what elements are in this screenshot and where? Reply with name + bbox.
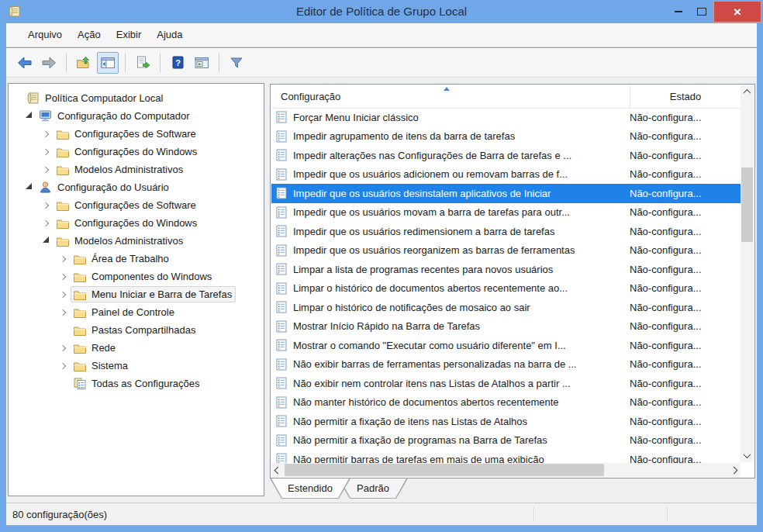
policy-row[interactable]: Não permitir a fixação de itens nas List… (271, 412, 741, 431)
policy-setting-icon (276, 130, 288, 143)
vertical-scroll-thumb[interactable] (741, 168, 753, 242)
up-one-level-button[interactable] (73, 52, 95, 74)
triangle-expanded-icon[interactable] (22, 109, 36, 123)
tree-item[interactable]: Configurações do Windows (9, 214, 264, 232)
back-arrow-icon (17, 56, 33, 70)
back-button[interactable] (14, 52, 36, 74)
sort-ascending-icon (444, 87, 450, 91)
policy-row[interactable]: Não permitir barras de tarefas em mais d… (271, 450, 741, 463)
menu-item-arquivo[interactable]: Arquivo (20, 23, 70, 47)
scroll-up-icon[interactable] (741, 85, 754, 98)
tree-item[interactable]: Política Computador Local (9, 89, 264, 107)
policy-setting-icon (276, 396, 288, 409)
chevron-right-icon[interactable] (57, 341, 71, 355)
policy-row[interactable]: Impedir que os usuários movam a barra de… (271, 203, 741, 223)
chevron-right-icon[interactable] (40, 163, 54, 177)
policy-row[interactable]: Não manter histórico de documentos abert… (271, 393, 741, 413)
scroll-left-icon[interactable] (271, 463, 285, 477)
show-properties-button[interactable] (191, 52, 212, 74)
chevron-right-icon[interactable] (57, 288, 71, 302)
scroll-down-icon[interactable] (741, 449, 754, 462)
tree-item[interactable]: Rede (9, 339, 264, 357)
policy-row[interactable]: Não exibir nem controlar itens nas Lista… (271, 374, 741, 393)
chevron-right-icon[interactable] (40, 216, 54, 230)
tab-estendido[interactable]: Estendido (270, 478, 350, 499)
close-icon[interactable]: × (713, 1, 761, 22)
policy-row[interactable]: Não permitir a fixação de programas na B… (271, 431, 741, 451)
policy-row[interactable]: Limpar o histórico de notificações de mo… (271, 298, 741, 317)
chevron-right-icon[interactable] (40, 145, 54, 159)
folder-icon (56, 145, 71, 158)
toolbar: ? (6, 48, 757, 78)
tree-item[interactable]: Configurações de Software (9, 196, 264, 214)
vertical-scrollbar[interactable] (741, 85, 754, 462)
policy-row[interactable]: Impedir alterações nas Configurações de … (271, 146, 741, 165)
policy-setting-icon (276, 453, 288, 463)
policy-row[interactable]: Mostrar Início Rápido na Barra de Tarefa… (271, 317, 741, 337)
tree-item[interactable]: Configurações do Windows (9, 143, 264, 161)
export-list-icon (136, 56, 150, 69)
policy-state: Não-configura... (630, 454, 741, 463)
tree-item[interactable]: Configuração do Computador (9, 107, 264, 125)
menu-item-acao[interactable]: Ação (70, 23, 109, 47)
properties-window-icon (195, 57, 209, 69)
policy-row[interactable]: Forçar Menu Iniciar clássicoNão-configur… (271, 108, 741, 127)
policy-state: Não-configura... (630, 320, 741, 332)
chevron-right-icon[interactable] (40, 199, 54, 212)
folder-icon (73, 270, 88, 283)
help-button[interactable]: ? (167, 52, 188, 74)
tree-item[interactable]: Configuração do Usuário (9, 178, 264, 196)
export-list-button[interactable] (132, 52, 154, 74)
horizontal-scroll-thumb[interactable] (285, 464, 604, 476)
chevron-right-icon[interactable] (57, 252, 71, 266)
folder-icon (73, 341, 88, 354)
policy-state: Não-configura... (630, 168, 741, 180)
chevron-right-icon[interactable] (57, 306, 71, 320)
menu-item-exibir[interactable]: Exibir (109, 23, 150, 47)
policy-row[interactable]: Impedir que os usuários reorganizem as b… (271, 241, 741, 261)
minimize-icon[interactable] (667, 1, 690, 22)
chevron-right-icon[interactable] (57, 270, 71, 284)
column-header-configuracao[interactable]: Configuração (271, 91, 630, 102)
tree-item-label: Painel de Controle (91, 306, 174, 319)
menu-item-ajuda[interactable]: Ajuda (149, 23, 190, 47)
chevron-right-icon[interactable] (57, 359, 71, 373)
show-console-tree-button[interactable] (97, 52, 119, 74)
computer-icon (39, 109, 54, 123)
triangle-expanded-icon[interactable] (22, 181, 36, 195)
policy-name: Não permitir a fixação de itens nas List… (293, 416, 630, 427)
policy-row[interactable]: Limpar o histórico de documentos abertos… (271, 279, 741, 299)
tree-item[interactable]: Menu Iniciar e Barra de Tarefas (9, 285, 264, 303)
tree-item-label: Configurações de Software (74, 127, 196, 140)
policy-state: Não-configura... (630, 150, 741, 161)
triangle-expanded-icon[interactable] (40, 234, 54, 248)
tree-item[interactable]: Componentes do Windows (9, 268, 264, 285)
tree-item[interactable]: Todas as Configurações (9, 375, 264, 392)
policy-row[interactable]: Impedir que os usuários desinstalem apli… (271, 184, 741, 203)
forward-button[interactable] (38, 52, 60, 74)
policy-row[interactable]: Mostrar o comando "Executar como usuário… (271, 336, 741, 355)
scroll-right-icon[interactable] (727, 463, 741, 477)
tree-item[interactable]: Sistema (9, 357, 264, 375)
tree-item[interactable]: Modelos Administrativos (9, 161, 264, 178)
filter-button[interactable] (226, 52, 247, 74)
toolbar-separator (160, 54, 161, 72)
policy-row[interactable]: Impedir que os usuários redimensionem a … (271, 222, 741, 241)
policy-row[interactable]: Limpar a lista de programas recentes par… (271, 260, 741, 279)
policy-row[interactable]: Impedir agrupamento de itens da barra de… (271, 127, 741, 147)
horizontal-scrollbar[interactable] (271, 463, 741, 477)
policy-row[interactable]: Impedir que os usuários adicionem ou rem… (271, 165, 741, 185)
tree-item-label: Configuração do Usuário (57, 181, 169, 194)
tree-item[interactable]: Configurações de Software (9, 125, 264, 143)
chevron-right-icon[interactable] (40, 127, 54, 141)
toolbar-separator (125, 54, 126, 72)
policy-name: Impedir agrupamento de itens da barra de… (293, 130, 630, 142)
tree-item[interactable]: Modelos Administrativos (9, 232, 264, 250)
column-header-estado[interactable]: Estado (630, 85, 741, 108)
maximize-icon[interactable] (690, 1, 713, 22)
tree-item[interactable]: Área de Trabalho (9, 250, 264, 268)
tree-item[interactable]: Painel de Controle (9, 303, 264, 321)
tree-item[interactable]: Pastas Compartilhadas (9, 321, 264, 339)
folder-icon (56, 199, 71, 212)
policy-row[interactable]: Não exibir barras de ferramentas persona… (271, 355, 741, 375)
